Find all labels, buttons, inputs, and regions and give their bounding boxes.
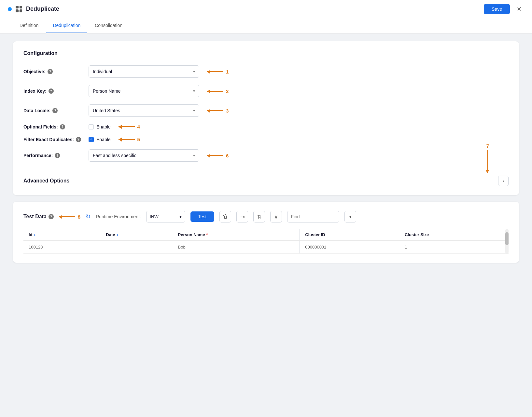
- test-data-help-icon[interactable]: ?: [49, 214, 54, 219]
- runtime-label: Runtime Environment:: [96, 214, 141, 219]
- filter-exact-label: Filter Exact Duplicates: ?: [23, 137, 89, 142]
- runtime-environment-select[interactable]: INW ▾: [146, 211, 185, 222]
- col-header-id: Id +: [23, 229, 101, 241]
- person-name-required-icon: *: [206, 232, 208, 237]
- save-button[interactable]: Save: [484, 4, 510, 14]
- arrow-left-icon: [119, 126, 135, 127]
- test-data-title-area: Test Data ?: [23, 214, 54, 220]
- data-locale-row: Data Locale: ? United States ▾ 3: [23, 104, 509, 117]
- id-sort-icon[interactable]: +: [34, 233, 35, 237]
- performance-chevron-icon: ▾: [193, 153, 195, 158]
- annotation-4: 4: [119, 124, 140, 129]
- cell-person-name: Bob: [173, 241, 300, 254]
- performance-help-icon[interactable]: ?: [55, 153, 60, 158]
- scrollbar-track[interactable]: [505, 229, 509, 254]
- arrow-left-icon: [207, 110, 223, 111]
- date-sort-icon[interactable]: +: [116, 233, 118, 237]
- tab-definition[interactable]: Definition: [13, 18, 45, 33]
- table-header-row: Id + Date + Person Name *: [23, 229, 509, 241]
- optional-fields-label: Optional Fields: ?: [23, 124, 89, 129]
- performance-row: Performance: ? Fast and less specific ▾ …: [23, 149, 509, 162]
- filter-exact-checkbox-label: Enable: [96, 137, 111, 142]
- table-row: 100123 Bob 000000001 1: [23, 241, 509, 254]
- scrollbar-thumb[interactable]: [505, 232, 509, 245]
- cell-cluster-id: 000000001: [300, 241, 399, 254]
- header-actions: Save ✕: [484, 4, 524, 14]
- annotation-6: 6: [207, 153, 229, 158]
- index-key-control: Person Name ▾ 2: [89, 85, 509, 97]
- objective-select[interactable]: Individual ▾: [89, 65, 199, 78]
- annotation-8: 8: [59, 214, 80, 220]
- objective-row: Objective: ? Individual ▾ 1: [23, 65, 509, 78]
- annotation-1: 1: [207, 69, 229, 74]
- table-body: 100123 Bob 000000001 1: [23, 241, 509, 254]
- config-title: Configuration: [23, 50, 509, 56]
- find-input[interactable]: [287, 211, 339, 222]
- annotation-5: 5: [119, 137, 140, 142]
- col-header-date: Date +: [101, 229, 173, 241]
- data-locale-help-icon[interactable]: ?: [52, 108, 58, 113]
- objective-control: Individual ▾ 1: [89, 65, 509, 78]
- runtime-chevron-icon: ▾: [179, 214, 182, 219]
- status-dot: [8, 7, 12, 11]
- arrow-left-icon: [59, 216, 75, 217]
- close-button[interactable]: ✕: [514, 4, 524, 14]
- test-data-card: Test Data ? 8 ↻ Runtime Environment: INW…: [13, 202, 519, 263]
- advanced-options-row: Advanced Options ›: [23, 176, 509, 186]
- performance-select[interactable]: Fast and less specific ▾: [89, 149, 199, 162]
- arrow-left-icon: [207, 71, 223, 72]
- index-key-chevron-icon: ▾: [193, 89, 195, 93]
- optional-fields-control: Enable 4: [89, 124, 509, 129]
- col-header-cluster-id: Cluster ID: [300, 229, 399, 241]
- optional-fields-help-icon[interactable]: ?: [60, 124, 65, 129]
- index-key-select[interactable]: Person Name ▾: [89, 85, 199, 97]
- refresh-button[interactable]: ↻: [86, 213, 91, 220]
- grid-icon: [16, 6, 22, 12]
- filter-exact-help-icon[interactable]: ?: [76, 137, 81, 142]
- tab-consolidation[interactable]: Consolidation: [88, 18, 129, 33]
- objective-help-icon[interactable]: ?: [48, 69, 53, 74]
- objective-chevron-icon: ▾: [193, 69, 195, 74]
- section-divider: [23, 169, 509, 169]
- delete-button[interactable]: 🗑: [219, 211, 231, 222]
- test-button[interactable]: Test: [190, 211, 215, 222]
- optional-fields-checkbox[interactable]: [89, 124, 94, 129]
- data-locale-select[interactable]: United States ▾: [89, 104, 199, 117]
- advanced-options-expand-button[interactable]: ›: [498, 176, 509, 186]
- filter-exact-checkbox[interactable]: ✓: [89, 137, 94, 142]
- annotation-2: 2: [207, 88, 229, 94]
- cell-date: [101, 241, 173, 254]
- arrow-left-icon: [207, 91, 223, 92]
- annotation-7: 7: [486, 143, 489, 173]
- advanced-options-section: 7 Advanced Options ›: [23, 176, 509, 186]
- tabs-bar: Definition Deduplication Consolidation: [0, 18, 532, 34]
- col-header-cluster-size: Cluster Size: [399, 229, 509, 241]
- data-locale-control: United States ▾ 3: [89, 104, 509, 117]
- table-head: Id + Date + Person Name *: [23, 229, 509, 241]
- cell-id: 100123: [23, 241, 101, 254]
- filter-exact-row: Filter Exact Duplicates: ? ✓ Enable 5: [23, 137, 509, 142]
- main-content: Configuration Objective: ? Individual ▾ …: [0, 34, 532, 271]
- find-expand-button[interactable]: ▾: [344, 211, 356, 222]
- col-header-person-name: Person Name *: [173, 229, 300, 241]
- optional-fields-checkbox-label: Enable: [96, 124, 111, 129]
- data-table-wrapper: Id + Date + Person Name *: [23, 229, 509, 254]
- filter-button[interactable]: ⊽: [270, 211, 282, 222]
- data-table: Id + Date + Person Name *: [23, 229, 509, 254]
- arrow-left-icon: [119, 139, 135, 140]
- data-locale-chevron-icon: ▾: [193, 108, 195, 113]
- sort-button[interactable]: ⇅: [253, 211, 265, 222]
- index-key-label: Index Key: ?: [23, 88, 89, 94]
- filter-exact-checkbox-wrapper: ✓ Enable: [89, 137, 111, 142]
- advanced-options-title: Advanced Options: [23, 178, 69, 184]
- index-key-help-icon[interactable]: ?: [49, 88, 54, 94]
- filter-exact-control: ✓ Enable 5: [89, 137, 509, 142]
- tab-deduplication[interactable]: Deduplication: [46, 18, 87, 33]
- objective-label: Objective: ?: [23, 69, 89, 74]
- import-button[interactable]: ⇥: [236, 211, 248, 222]
- performance-label: Performance: ?: [23, 153, 89, 158]
- annotation-3: 3: [207, 108, 229, 114]
- test-data-header: Test Data ? 8 ↻ Runtime Environment: INW…: [23, 211, 509, 222]
- config-form: Objective: ? Individual ▾ 1 I: [23, 65, 509, 162]
- performance-control: Fast and less specific ▾ 6: [89, 149, 509, 162]
